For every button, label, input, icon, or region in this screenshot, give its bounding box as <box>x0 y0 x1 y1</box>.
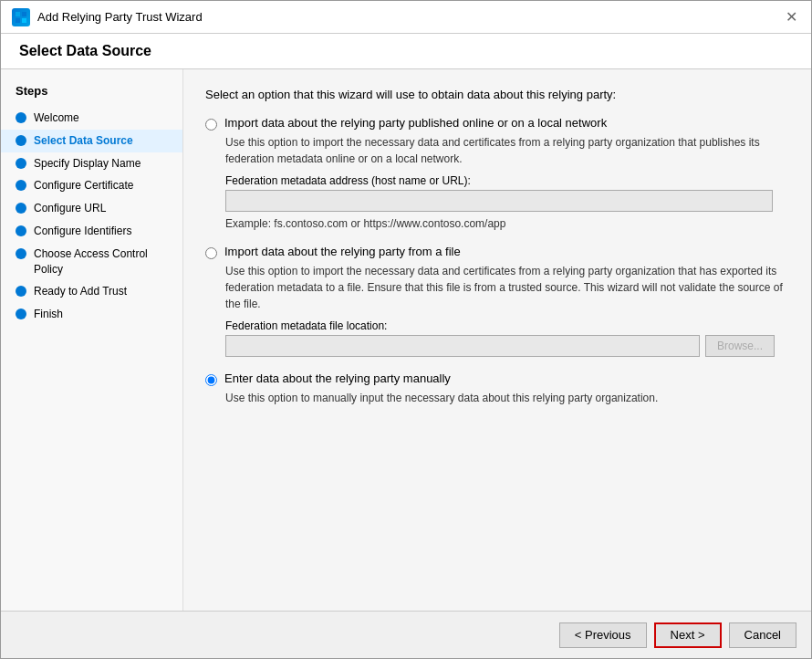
option1-label[interactable]: Import data about the relying party publ… <box>224 116 607 130</box>
sidebar-label: Choose Access Control Policy <box>34 246 168 277</box>
option2-row: Import data about the relying party from… <box>205 245 789 259</box>
sidebar-label: Specify Display Name <box>34 156 141 172</box>
sidebar-label: Configure URL <box>34 201 106 216</box>
svg-rect-1 <box>22 12 26 16</box>
title-bar-left: Add Relying Party Trust Wizard <box>12 8 203 26</box>
svg-rect-3 <box>22 18 26 23</box>
previous-button[interactable]: < Previous <box>559 622 647 648</box>
sidebar-item-configure-certificate[interactable]: Configure Certificate <box>1 174 182 197</box>
dot-icon <box>16 309 26 319</box>
option1-example: Example: fs.contoso.com or https://www.c… <box>225 217 789 230</box>
option3-row: Enter data about the relying party manua… <box>205 371 789 386</box>
next-button[interactable]: Next > <box>654 622 722 648</box>
app-icon <box>12 8 30 26</box>
footer: < Previous Next > Cancel <box>1 611 811 658</box>
sidebar-item-finish[interactable]: Finish <box>1 303 182 326</box>
sidebar-item-welcome[interactable]: Welcome <box>1 107 182 130</box>
federation-metadata-address-input[interactable] <box>225 190 773 212</box>
title-bar: Add Relying Party Trust Wizard ✕ <box>1 1 811 34</box>
sidebar-item-select-data-source[interactable]: Select Data Source <box>1 130 182 152</box>
option2-block: Import data about the relying party from… <box>205 245 789 357</box>
sidebar-item-choose-access-control-policy[interactable]: Choose Access Control Policy <box>1 243 182 281</box>
federation-metadata-file-input[interactable] <box>225 335 700 357</box>
sidebar-item-ready-to-add-trust[interactable]: Ready to Add Trust <box>1 280 182 303</box>
option1-desc: Use this option to import the necessary … <box>225 134 789 167</box>
dot-icon <box>16 180 26 191</box>
dot-icon <box>16 203 26 214</box>
intro-text: Select an option that this wizard will u… <box>205 88 789 101</box>
sidebar-label: Configure Identifiers <box>34 224 131 239</box>
svg-rect-0 <box>16 12 20 16</box>
sidebar-label: Select Data Source <box>34 133 133 149</box>
option1-field-block: Federation metadata address (host name o… <box>225 174 789 212</box>
main-panel: Select an option that this wizard will u… <box>183 69 811 611</box>
sidebar-label: Ready to Add Trust <box>34 284 127 299</box>
option3-label[interactable]: Enter data about the relying party manua… <box>224 371 451 385</box>
dot-icon <box>16 225 26 236</box>
sidebar-item-specify-display-name[interactable]: Specify Display Name <box>1 152 182 175</box>
option2-desc: Use this option to import the necessary … <box>225 263 789 312</box>
dot-icon <box>16 248 26 259</box>
option1-row: Import data about the relying party publ… <box>205 116 789 131</box>
close-button[interactable]: ✕ <box>782 8 800 26</box>
dot-icon <box>16 135 26 146</box>
option2-field-block: Federation metadata file location: Brows… <box>225 319 789 357</box>
page-header: Select Data Source <box>1 34 811 69</box>
wizard-window: Add Relying Party Trust Wizard ✕ Select … <box>0 0 812 659</box>
sidebar-title: Steps <box>1 84 182 107</box>
content-area: Steps Welcome Select Data Source Specify… <box>1 69 811 611</box>
dot-icon <box>16 286 26 297</box>
dot-icon <box>16 158 26 169</box>
option2-input-row: Browse... <box>225 335 789 357</box>
page-title: Select Data Source <box>19 43 793 59</box>
browse-button[interactable]: Browse... <box>705 335 775 357</box>
sidebar: Steps Welcome Select Data Source Specify… <box>1 69 183 611</box>
cancel-button[interactable]: Cancel <box>729 622 796 648</box>
svg-rect-2 <box>16 18 20 23</box>
dot-icon <box>16 112 26 123</box>
option3-block: Enter data about the relying party manua… <box>205 371 789 406</box>
option2-field-label: Federation metadata file location: <box>225 319 789 332</box>
option1-block: Import data about the relying party publ… <box>205 116 789 230</box>
option1-field-label: Federation metadata address (host name o… <box>225 174 789 187</box>
window-title: Add Relying Party Trust Wizard <box>37 10 203 24</box>
sidebar-label: Configure Certificate <box>34 178 133 194</box>
sidebar-label: Welcome <box>34 110 79 126</box>
sidebar-item-configure-url[interactable]: Configure URL <box>1 197 182 220</box>
option3-desc: Use this option to manually input the ne… <box>225 390 789 406</box>
sidebar-label: Finish <box>34 307 63 322</box>
option2-label[interactable]: Import data about the relying party from… <box>224 245 461 258</box>
option3-radio[interactable] <box>205 374 217 386</box>
sidebar-item-configure-identifiers[interactable]: Configure Identifiers <box>1 220 182 243</box>
option1-radio[interactable] <box>205 119 217 131</box>
option2-radio[interactable] <box>205 247 217 259</box>
